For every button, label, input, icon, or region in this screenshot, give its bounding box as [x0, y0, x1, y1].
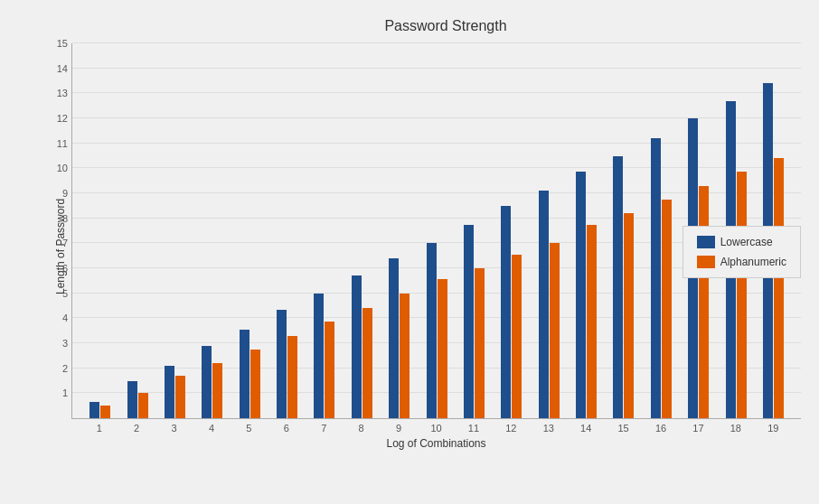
x-tick-label: 11 [455, 423, 492, 434]
x-tick-label: 17 [680, 423, 717, 434]
bar-group [643, 43, 680, 418]
x-tick-label: 5 [231, 423, 268, 434]
bar-alphanumeric [737, 172, 747, 418]
x-tick-label: 6 [268, 423, 305, 434]
x-tick-label: 3 [155, 423, 193, 434]
x-axis-label: Log of Combinations [71, 437, 801, 450]
x-tick-label: 9 [380, 423, 417, 434]
legend-item: Lowercase [697, 236, 786, 248]
bar-lowercase [240, 330, 249, 418]
bar-alphanumeric [550, 243, 560, 418]
legend-color-box [697, 256, 715, 268]
bar-lowercase [539, 191, 549, 418]
bar-group [268, 43, 306, 418]
bar-lowercase [464, 225, 474, 418]
bar-group [231, 43, 268, 418]
bar-group [118, 43, 155, 418]
bar-alphanumeric [699, 186, 709, 418]
bar-group [306, 43, 343, 418]
bar-group [156, 43, 193, 418]
y-tick-label: 9 [62, 188, 72, 199]
bar-lowercase [576, 172, 586, 418]
bar-lowercase [277, 310, 287, 418]
bar-alphanumeric [774, 158, 784, 418]
bar-alphanumeric [175, 376, 185, 418]
bar-alphanumeric [100, 406, 110, 418]
bar-alphanumeric [475, 268, 485, 418]
bar-alphanumeric [662, 200, 672, 418]
x-tick-label: 8 [343, 423, 380, 434]
bar-lowercase [127, 381, 137, 419]
x-tick-label: 12 [493, 423, 530, 434]
x-tick-label: 2 [118, 423, 155, 434]
legend: LowercaseAlphanumeric [682, 226, 801, 278]
bar-group [493, 43, 530, 418]
y-tick-label: 10 [57, 163, 72, 173]
x-tick-label: 13 [530, 423, 567, 434]
bar-lowercase [427, 243, 437, 418]
bar-group [418, 43, 455, 418]
x-tick-label: 15 [605, 423, 642, 434]
bar-group [81, 43, 118, 418]
bar-alphanumeric [325, 322, 334, 418]
x-tick-label: 10 [418, 423, 455, 434]
bar-group [344, 43, 381, 418]
legend-item: Alphanumeric [697, 256, 786, 268]
y-tick-label: 15 [57, 38, 72, 49]
bar-alphanumeric [212, 363, 222, 418]
y-tick-label: 14 [57, 63, 72, 74]
bar-group [381, 43, 418, 418]
bar-group [531, 43, 568, 418]
bar-lowercase [613, 156, 623, 419]
chart-container: Password Strength Length of Password 123… [0, 0, 819, 504]
bar-lowercase [389, 258, 399, 418]
bar-lowercase [352, 275, 362, 418]
chart-title: Password Strength [384, 18, 506, 34]
y-tick-label: 5 [62, 288, 72, 299]
bar-alphanumeric [438, 279, 447, 418]
legend-label: Alphanumeric [720, 256, 786, 268]
bar-alphanumeric [362, 308, 372, 418]
bar-alphanumeric [287, 336, 297, 418]
y-tick-label: 6 [62, 263, 72, 274]
bar-alphanumeric [512, 255, 522, 418]
bar-lowercase [314, 294, 324, 418]
legend-color-box [697, 236, 715, 248]
bar-group [568, 43, 605, 418]
bar-alphanumeric [250, 350, 260, 418]
y-tick-label: 1 [62, 387, 72, 398]
x-axis: 12345678910111213141516171819 [71, 423, 801, 434]
bar-alphanumeric [624, 213, 634, 418]
x-tick-label: 18 [717, 423, 754, 434]
bar-alphanumeric [587, 225, 597, 418]
bar-group [456, 43, 493, 418]
bar-lowercase [501, 206, 511, 418]
x-tick-label: 7 [306, 423, 343, 434]
bar-group [193, 43, 231, 418]
bar-lowercase [651, 138, 661, 418]
x-tick-label: 4 [193, 423, 230, 434]
x-tick-label: 1 [80, 423, 118, 434]
bar-group [605, 43, 642, 418]
bar-alphanumeric [400, 294, 410, 418]
y-tick-label: 12 [57, 113, 72, 124]
x-tick-label: 19 [755, 423, 792, 434]
y-tick-label: 8 [62, 213, 72, 224]
y-tick-label: 13 [57, 88, 72, 98]
legend-label: Lowercase [720, 236, 773, 248]
y-tick-label: 2 [62, 363, 72, 374]
y-tick-label: 3 [62, 338, 72, 349]
x-tick-label: 14 [567, 423, 604, 434]
bar-lowercase [89, 402, 99, 418]
x-tick-label: 16 [642, 423, 679, 434]
y-tick-label: 4 [62, 313, 72, 323]
bar-lowercase [165, 366, 174, 418]
y-tick-label: 7 [62, 238, 72, 248]
bar-lowercase [202, 346, 212, 418]
bar-alphanumeric [138, 393, 148, 418]
y-tick-label: 11 [57, 138, 72, 149]
